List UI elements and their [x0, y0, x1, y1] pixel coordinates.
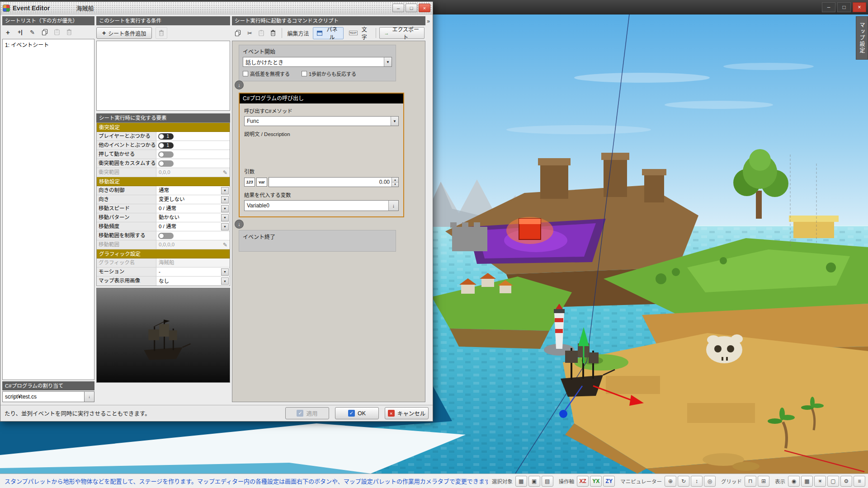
text-mode-toggle[interactable]: TEXT 文字 [345, 27, 373, 39]
main-minimize-button[interactable]: – [822, 2, 835, 12]
menu-button[interactable]: ≡ [854, 476, 865, 487]
cut-command-button[interactable]: ✂ [245, 28, 255, 38]
property-value-text: なし [157, 277, 221, 286]
trigger-dropdown[interactable]: 話しかけたとき ▼ [243, 57, 392, 67]
dropdown-arrow-button[interactable]: ▼ [221, 187, 229, 194]
select-target-event-button[interactable]: ▤ [542, 476, 553, 487]
argument-input[interactable]: 0.00 ▲ ▼ [269, 177, 399, 187]
insert-command-marker[interactable]: ↓ [235, 220, 243, 228]
toolbar-group-label: 表示 [775, 478, 785, 485]
event-start-block[interactable]: イベント開始 話しかけたとき ▼ 高低差を無視する 1歩前からも反応する [239, 45, 396, 81]
add-sheet-button[interactable]: + [2, 27, 14, 38]
panel-mode-label: パネル [325, 25, 339, 41]
property-label: プレイヤーとぶつかる [97, 132, 156, 141]
dropdown-arrow-button[interactable]: ▼ [221, 268, 229, 276]
result-variable-value: Variable0 [245, 202, 388, 209]
event-end-block[interactable]: イベント終了 [239, 230, 396, 252]
toggle-switch-on[interactable]: 1 [158, 133, 174, 140]
delete-sheet-button[interactable] [63, 27, 75, 38]
property-section-header: グラフィック設定 [97, 249, 230, 258]
display-camera-button[interactable]: ▢ [827, 476, 839, 487]
numeric-arg-button[interactable]: 123 [244, 178, 255, 187]
manipulator-scale-button[interactable]: ↕ [691, 476, 703, 487]
select-target-object-button[interactable]: ▣ [528, 476, 540, 487]
maximize-button[interactable]: □ [406, 4, 417, 12]
export-button[interactable]: → エクスポート [379, 27, 425, 39]
select-target-map-button[interactable]: ▦ [515, 476, 527, 487]
method-value: Func [245, 118, 391, 124]
main-maximize-button[interactable]: □ [837, 2, 851, 12]
react-one-step-checkbox[interactable]: 1歩前からも反応する [302, 70, 356, 77]
property-value [156, 150, 230, 159]
event-editor-titlebar[interactable]: Event Editor 海賊船 – □ × [0, 2, 433, 14]
toggle-switch-on[interactable]: 1 [158, 142, 174, 149]
add-condition-button[interactable]: + シート条件追加 [96, 27, 152, 39]
sheet-list-panel: シートリスト（下の方が優先） + +| ✎ 1: イベントシート C#プログラム… [2, 16, 94, 402]
display-light-button[interactable]: ☀ [814, 476, 826, 487]
result-variable-dropdown[interactable]: Variable0 ↓ [244, 200, 399, 211]
paste-command-button[interactable] [256, 28, 267, 38]
sheet-list-header: シートリスト（下の方が優先） [2, 16, 94, 25]
property-value: 0,0,0✎ [156, 168, 230, 177]
argument-spinner[interactable]: ▲ ▼ [392, 178, 398, 187]
sheet-list-item[interactable]: 1: イベントシート [3, 39, 94, 50]
plus-icon: + [102, 29, 106, 37]
property-label: 衝突範囲をカスタムする [97, 159, 156, 168]
apply-button[interactable]: ✓ 適用 [285, 407, 329, 419]
edit-range-pencil-icon[interactable]: ✎ [222, 242, 229, 248]
conditions-list-box[interactable] [96, 41, 230, 111]
property-label: 移動パターン [97, 213, 156, 222]
display-grid-button[interactable]: ▦ [801, 476, 813, 487]
panel-mode-toggle[interactable]: パネル [313, 27, 344, 39]
property-section-header: 移動設定 [97, 177, 230, 186]
rename-sheet-button[interactable]: ✎ [27, 27, 38, 38]
spinner-up-icon[interactable]: ▲ [392, 178, 398, 183]
command-script-panel: シート実行時に起動するコマンドスクリプト ✂ 編集方法 パネル TEXT 文字 … [232, 16, 425, 402]
grid-snap-button[interactable]: ⊓ [745, 476, 756, 487]
csharp-call-block[interactable]: C#プログラムの呼び出し 呼び出すC#メソッド Func ▼ 説明文 / Des… [239, 93, 404, 217]
toggle-switch-off[interactable] [158, 151, 174, 158]
dropdown-arrow-button[interactable]: ▼ [221, 223, 229, 230]
toggle-switch-off[interactable] [158, 160, 174, 167]
method-dropdown[interactable]: Func ▼ [244, 116, 399, 126]
dropdown-arrow-button[interactable]: ▼ [221, 277, 229, 285]
toggle-switch-off[interactable] [158, 233, 174, 239]
variable-arg-button[interactable]: var [256, 178, 267, 187]
cancel-button[interactable]: × キャンセル [385, 407, 429, 419]
insert-command-marker[interactable]: ↓ [235, 81, 243, 89]
manipulator-move-button[interactable]: ⊕ [665, 476, 676, 487]
main-close-button[interactable]: × [853, 2, 866, 12]
command-script-canvas[interactable]: イベント開始 話しかけたとき ▼ 高低差を無視する 1歩前からも反応する [232, 41, 425, 402]
sheet-list[interactable]: 1: イベントシート [2, 39, 94, 380]
property-label: 向きの制御 [97, 186, 156, 195]
display-visibility-button[interactable]: ◉ [788, 476, 800, 487]
close-button[interactable]: × [419, 4, 430, 12]
dropdown-arrow-button[interactable]: ▼ [221, 214, 229, 221]
copy-sheet-button[interactable] [39, 27, 50, 38]
ignore-height-checkbox[interactable]: 高低差を無視する [243, 70, 290, 77]
delete-condition-button[interactable] [156, 27, 167, 39]
toolbar-overflow-chevron[interactable]: » [427, 18, 430, 24]
manipulator-rotate-button[interactable]: ↻ [678, 476, 689, 487]
settings-gear-button[interactable]: ⚙ [840, 476, 852, 487]
manipulator-world-button[interactable]: ◎ [704, 476, 716, 487]
dropdown-arrow-button[interactable]: ▼ [221, 205, 229, 212]
copy-command-button[interactable] [233, 28, 243, 38]
description-area [244, 137, 399, 164]
delete-command-button[interactable] [268, 28, 278, 38]
map-settings-tab[interactable]: マップ設定 [856, 16, 868, 60]
csharp-file-value[interactable]: script¥test.cs [2, 391, 85, 402]
cancel-label: キャンセル [397, 409, 426, 418]
property-value-text: 0,0,0 [157, 168, 222, 177]
axis-yx-button[interactable]: YX [590, 476, 602, 487]
dropdown-arrow-button[interactable]: ▼ [221, 196, 229, 203]
ok-button[interactable]: ✓ OK [335, 407, 379, 419]
grid-toggle-button[interactable]: ⊞ [758, 476, 769, 487]
axis-xz-button[interactable]: XZ [577, 476, 589, 487]
spinner-down-icon[interactable]: ▼ [392, 183, 398, 187]
csharp-file-dropdown-button[interactable]: ↓ [85, 391, 94, 402]
insert-sheet-button[interactable]: +| [14, 27, 26, 38]
axis-zy-button[interactable]: ZY [603, 476, 615, 487]
minimize-button[interactable]: – [392, 4, 404, 12]
edit-range-pencil-icon[interactable]: ✎ [222, 169, 229, 176]
